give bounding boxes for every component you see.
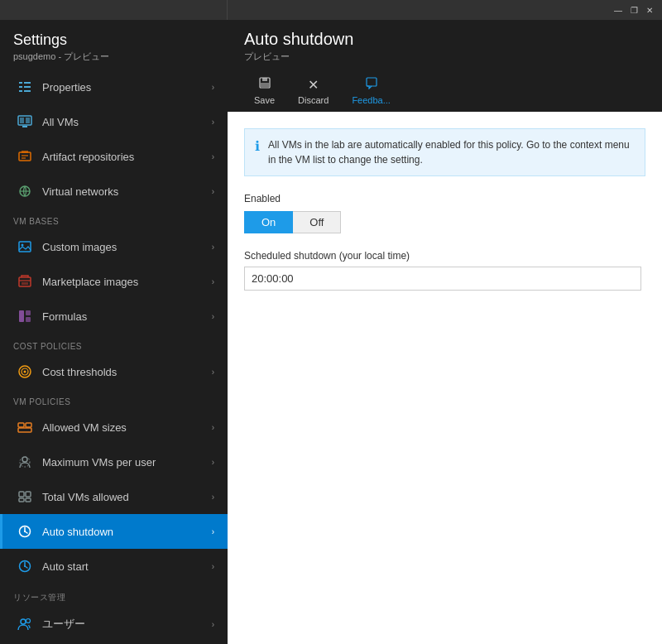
formulas-chevron: › [212,312,214,321]
svg-point-43 [24,565,26,567]
info-text: All VMs in the lab are automatically ena… [268,137,635,167]
sidebar-item-properties[interactable]: Properties › [0,70,228,104]
maximum-vms-per-user-chevron: › [212,458,214,467]
cost-thresholds-label: Cost thresholds [42,366,212,378]
svg-point-39 [24,531,26,532]
svg-rect-8 [26,118,30,123]
svg-rect-7 [20,118,24,123]
close-button[interactable]: ✕ [644,4,655,17]
toggle-on-button[interactable]: On [244,211,293,233]
sidebar-item-users[interactable]: ユーザー › [0,607,228,642]
schedule-label: Scheduled shutdown (your local time) [244,250,645,262]
custom-images-icon [16,238,34,256]
formulas-label: Formulas [42,310,212,323]
sidebar-item-virtual-networks[interactable]: Virtual networks › [0,174,228,209]
svg-point-45 [26,619,31,623]
sidebar-item-auto-start[interactable]: Auto start › [0,549,228,584]
total-vms-allowed-chevron: › [212,493,214,502]
svg-rect-22 [26,310,31,315]
svg-rect-33 [26,492,31,497]
allowed-vm-sizes-chevron: › [212,423,214,432]
virtual-networks-chevron: › [212,187,214,196]
discard-label: Discard [298,95,329,105]
feedback-icon [365,76,378,93]
minimize-button[interactable]: — [612,4,625,17]
vm-bases-header: VM BASES [0,209,228,229]
settings-title: Settings [13,31,214,49]
sidebar-item-custom-images[interactable]: Custom images › [0,229,228,264]
all-vms-chevron: › [212,118,214,127]
sidebar-item-marketplace-images[interactable]: Marketplace images › [0,264,228,299]
sidebar-item-allowed-vm-sizes[interactable]: Allowed VM sizes › [0,410,228,445]
svg-rect-32 [19,492,24,497]
users-label: ユーザー [42,617,212,632]
svg-rect-1 [24,82,31,84]
toolbar: Save ✕ Discard Feedba... [244,71,645,112]
save-button[interactable]: Save [244,71,285,112]
right-panel-subtitle: プレビュー [244,50,645,63]
svg-rect-35 [26,498,31,502]
svg-rect-51 [367,78,377,86]
sidebar-item-all-vms[interactable]: All VMs › [0,104,228,139]
allowed-vm-sizes-icon [16,418,34,436]
restore-button[interactable]: ❐ [628,4,640,17]
sidebar-item-auto-shutdown[interactable]: Auto shutdown › [0,514,228,549]
info-box: ℹ All VMs in the lab are automatically e… [244,128,645,176]
maximum-vms-per-user-icon [16,453,34,471]
total-vms-allowed-label: Total VMs allowed [42,491,212,503]
sidebar-item-maximum-vms-per-user[interactable]: Maximum VMs per user › [0,445,228,479]
all-vms-label: All VMs [42,116,212,128]
virtual-networks-icon [16,182,34,200]
svg-rect-3 [24,86,31,88]
marketplace-images-chevron: › [212,277,214,286]
svg-rect-11 [22,151,28,153]
discard-button[interactable]: ✕ Discard [288,72,338,112]
properties-label: Properties [42,81,212,94]
svg-point-44 [21,619,26,624]
schedule-input[interactable] [244,267,641,291]
formulas-icon [16,307,34,325]
resource-mgmt-header: リソース管理 [0,584,228,607]
users-chevron: › [212,620,214,629]
svg-rect-34 [19,498,24,502]
settings-subtitle: psugdemo - プレビュー [13,50,214,63]
marketplace-images-label: Marketplace images [42,276,212,288]
auto-shutdown-chevron: › [212,527,214,536]
users-icon [16,615,34,633]
svg-rect-0 [19,82,22,84]
svg-rect-9 [22,126,27,127]
properties-chevron: › [212,83,214,92]
svg-point-17 [22,244,24,247]
svg-rect-28 [18,428,31,432]
sidebar-item-formulas[interactable]: Formulas › [0,299,228,334]
content-area: ℹ All VMs in the lab are automatically e… [228,112,662,644]
sidebar-item-cost-thresholds[interactable]: Cost thresholds › [0,354,228,389]
svg-rect-18 [19,277,31,286]
auto-shutdown-icon [16,522,34,541]
virtual-networks-label: Virtual networks [42,185,212,198]
svg-rect-4 [19,90,22,92]
svg-rect-20 [22,282,28,285]
custom-images-label: Custom images [42,241,212,253]
discard-icon: ✕ [308,77,319,93]
info-icon: ℹ [255,138,260,154]
auto-shutdown-label: Auto shutdown [42,526,212,538]
toggle-off-button[interactable]: Off [293,211,341,233]
svg-rect-16 [19,242,31,252]
artifact-repositories-chevron: › [212,152,214,161]
cost-thresholds-chevron: › [212,368,214,377]
custom-images-chevron: › [212,243,214,252]
auto-start-chevron: › [212,562,214,571]
right-panel-title: Auto shutdown [244,30,645,49]
allowed-vm-sizes-label: Allowed VM sizes [42,421,212,434]
feedback-button[interactable]: Feedba... [342,71,400,112]
enabled-label: Enabled [244,193,645,204]
sidebar-scroll: Properties › All VMs › [0,70,228,644]
total-vms-allowed-icon [16,488,34,506]
maximum-vms-per-user-label: Maximum VMs per user [42,456,212,469]
svg-rect-50 [261,83,269,87]
toggle-group: On Off [244,211,645,233]
sidebar-item-artifact-repositories[interactable]: Artifact repositories › [0,139,228,174]
svg-rect-5 [24,90,31,92]
sidebar-item-total-vms-allowed[interactable]: Total VMs allowed › [0,479,228,514]
